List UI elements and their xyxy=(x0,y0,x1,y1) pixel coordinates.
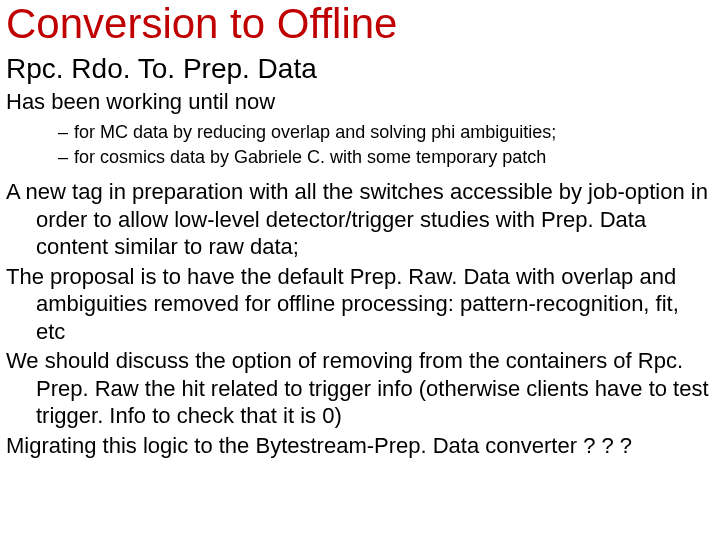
body-paragraph: A new tag in preparation with all the sw… xyxy=(6,178,710,261)
list-item: for MC data by reducing overlap and solv… xyxy=(58,121,710,144)
slide-subtitle: Rpc. Rdo. To. Prep. Data xyxy=(6,52,710,86)
sub-bullet-list: for MC data by reducing overlap and solv… xyxy=(6,121,710,168)
body-paragraph: Migrating this logic to the Bytestream-P… xyxy=(6,432,710,460)
body-paragraph: The proposal is to have the default Prep… xyxy=(6,263,710,346)
working-line: Has been working until now xyxy=(6,88,710,116)
body-paragraph: We should discuss the option of removing… xyxy=(6,347,710,430)
list-item: for cosmics data by Gabriele C. with som… xyxy=(58,146,710,169)
slide-title: Conversion to Offline xyxy=(6,0,710,48)
slide: Conversion to Offline Rpc. Rdo. To. Prep… xyxy=(0,0,720,471)
